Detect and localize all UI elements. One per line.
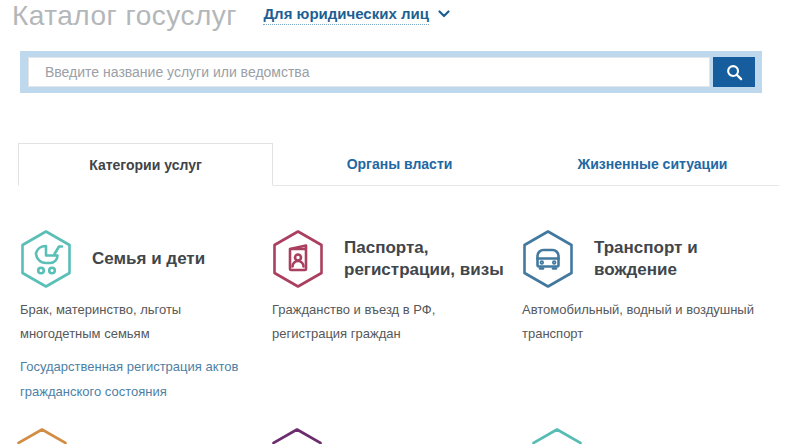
tab-bar: Категории услуг Органы власти Жизненные …: [18, 143, 779, 186]
card-head: Паспорта, регистрации, визы: [272, 230, 522, 288]
car-icon: [522, 230, 574, 288]
catalog-page: { "header": { "title": "Каталог госуслуг…: [0, 0, 800, 444]
category-card-family[interactable]: Семья и дети Брак, материнство, льготы м…: [20, 230, 272, 404]
tab-life-situations[interactable]: Жизненные ситуации: [526, 143, 779, 186]
search-button[interactable]: [713, 57, 755, 87]
tab-service-categories[interactable]: Категории услуг: [18, 143, 273, 186]
stroller-icon: [20, 230, 72, 288]
category-title[interactable]: Паспорта, регистрации, визы: [344, 237, 519, 281]
category-card-passports[interactable]: Паспорта, регистрации, визы Гражданство …: [272, 230, 522, 404]
hexagon-icon: [271, 428, 323, 444]
category-card-transport[interactable]: Транспорт и вождение Автомобильный, водн…: [522, 230, 780, 404]
passport-icon: [272, 230, 324, 288]
category-sublink[interactable]: Государственная регистрация актов гражда…: [20, 354, 245, 404]
search-icon: [725, 63, 744, 82]
card-head: Транспорт и вождение: [522, 230, 780, 288]
page-header: Каталог госуслуг Для юридических лиц: [12, 0, 788, 36]
hexagon-icon: [531, 428, 583, 444]
tab-authorities[interactable]: Органы власти: [273, 143, 526, 186]
page-title: Каталог госуслуг: [12, 0, 237, 32]
chevron-down-icon: [438, 10, 450, 18]
audience-selector[interactable]: Для юридических лиц: [263, 5, 450, 22]
category-description: Автомобильный, водный и воздушный трансп…: [522, 298, 754, 346]
search-input[interactable]: [28, 57, 710, 87]
category-description: Гражданство и въезд в РФ, регистрация гр…: [272, 298, 504, 346]
category-grid: Семья и дети Брак, материнство, льготы м…: [20, 230, 780, 404]
category-description: Брак, материнство, льготы многодетным се…: [20, 298, 252, 346]
hexagon-icon: [16, 428, 68, 444]
audience-selector-label[interactable]: Для юридических лиц: [263, 5, 428, 25]
search-bar: [20, 51, 762, 93]
card-head: Семья и дети: [20, 230, 272, 288]
category-title[interactable]: Транспорт и вождение: [594, 237, 780, 281]
category-title[interactable]: Семья и дети: [92, 248, 205, 270]
